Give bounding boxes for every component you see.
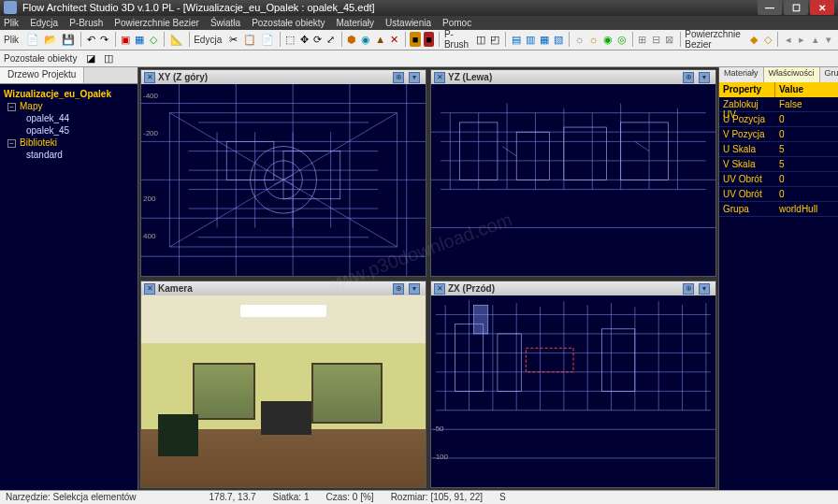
property-row[interactable]: Zablokuj UVFalse bbox=[719, 97, 838, 112]
viewport-maximize-icon[interactable]: ⊕ bbox=[683, 72, 694, 83]
icon-8[interactable]: ✕ bbox=[389, 32, 399, 47]
viewport-close-icon[interactable]: ✕ bbox=[434, 72, 445, 83]
minimize-button[interactable]: — bbox=[758, 0, 782, 15]
viewport-xy[interactable]: ✕ XY (Z góry) ⊕ ▾ -400 -200 200 400 bbox=[140, 69, 426, 277]
menu-pbrush[interactable]: P-Brush bbox=[69, 18, 103, 28]
copy-icon[interactable]: 📋 bbox=[242, 32, 257, 47]
tab-materialy[interactable]: Materiały bbox=[719, 67, 764, 82]
viewport-maximize-icon[interactable]: ⊕ bbox=[393, 283, 404, 295]
icon-1[interactable]: ▣ bbox=[120, 32, 131, 47]
viewport-zx[interactable]: ✕ ZX (Przód) ⊕ ▾ -100 -50 bbox=[430, 281, 716, 488]
icon-3[interactable]: ◇ bbox=[148, 32, 158, 47]
viewport-zx-canvas[interactable]: -100 -50 bbox=[431, 295, 715, 487]
icon-11[interactable]: ▤ bbox=[511, 32, 522, 47]
move-icon[interactable]: ✥ bbox=[298, 32, 309, 47]
obj-1-icon[interactable]: ◪ bbox=[83, 51, 98, 66]
menu-bezier[interactable]: Powierzchnie Bezier bbox=[114, 18, 199, 28]
icon-18[interactable]: ◎ bbox=[616, 32, 628, 47]
viewport-close-icon[interactable]: ✕ bbox=[144, 72, 155, 83]
viewport-close-icon[interactable]: ✕ bbox=[144, 283, 155, 295]
maximize-button[interactable]: ☐ bbox=[784, 0, 808, 15]
viewport-menu-icon[interactable]: ▾ bbox=[409, 72, 420, 83]
viewport-menu-icon[interactable]: ▾ bbox=[409, 283, 420, 295]
tree-leaf-opalek45[interactable]: opalek_45 bbox=[4, 124, 134, 137]
icon-24[interactable]: ▴ bbox=[810, 32, 820, 47]
icon-2[interactable]: ▦ bbox=[134, 32, 145, 47]
icon-6[interactable]: ◉ bbox=[360, 32, 371, 47]
viewport-camera[interactable]: ✕ Kamera ⊕ ▾ bbox=[140, 281, 426, 488]
viewport-close-icon[interactable]: ✕ bbox=[434, 283, 445, 295]
viewport-menu-icon[interactable]: ▾ bbox=[699, 72, 710, 83]
brush-1-icon[interactable]: ◫ bbox=[475, 32, 486, 47]
property-row[interactable]: U Skala5 bbox=[719, 142, 838, 157]
icon-10[interactable]: ■ bbox=[424, 32, 434, 47]
tree-node-biblioteki[interactable]: −Biblioteki bbox=[4, 137, 134, 149]
bezier-1-icon[interactable]: ◆ bbox=[749, 32, 759, 47]
tree-node-mapy[interactable]: −Mapy bbox=[4, 100, 134, 112]
new-icon[interactable]: 📄 bbox=[25, 32, 40, 47]
icon-4[interactable]: 📐 bbox=[169, 32, 184, 47]
icon-16[interactable]: ☼ bbox=[588, 32, 600, 47]
viewport-menu-icon[interactable]: ▾ bbox=[699, 283, 710, 295]
property-row[interactable]: UV Obrót0 bbox=[719, 187, 838, 202]
menu-materialy[interactable]: Materiały bbox=[337, 18, 375, 28]
property-row[interactable]: UV Obrót0 bbox=[719, 172, 838, 187]
collapse-icon[interactable]: − bbox=[7, 139, 16, 148]
tree-leaf-standard[interactable]: standard bbox=[4, 149, 134, 161]
cut-icon[interactable]: ✂ bbox=[228, 32, 238, 47]
icon-23[interactable]: ▸ bbox=[797, 32, 807, 47]
icon-17[interactable]: ◉ bbox=[602, 32, 614, 47]
menu-ustawienia[interactable]: Ustawienia bbox=[385, 18, 431, 28]
property-value[interactable]: 5 bbox=[775, 157, 838, 171]
redo-icon[interactable]: ↷ bbox=[99, 32, 109, 47]
tab-wlasciwosci[interactable]: Właściwości bbox=[764, 67, 820, 82]
rotate-icon[interactable]: ⟳ bbox=[312, 32, 323, 47]
scale-icon[interactable]: ⤢ bbox=[325, 32, 336, 47]
collapse-icon[interactable]: − bbox=[7, 103, 16, 111]
menu-obiekty[interactable]: Pozostałe obiekty bbox=[252, 18, 325, 28]
viewport-camera-canvas[interactable] bbox=[141, 295, 426, 487]
bezier-2-icon[interactable]: ◇ bbox=[762, 32, 773, 47]
icon-13[interactable]: ▦ bbox=[539, 32, 550, 47]
tree-leaf-opalek44[interactable]: opalek_44 bbox=[4, 112, 134, 124]
property-row[interactable]: V Skala5 bbox=[719, 157, 838, 172]
property-value[interactable]: worldHull bbox=[775, 202, 838, 216]
viewport-maximize-icon[interactable]: ⊕ bbox=[683, 283, 694, 295]
icon-22[interactable]: ◂ bbox=[783, 32, 793, 47]
icon-21[interactable]: ⊠ bbox=[664, 32, 674, 47]
icon-5[interactable]: ⬢ bbox=[346, 32, 357, 47]
viewport-yz-canvas[interactable] bbox=[431, 84, 715, 276]
tab-drzewo[interactable]: Drzewo Projektu bbox=[0, 67, 84, 83]
property-value[interactable]: 0 bbox=[775, 187, 838, 201]
property-value[interactable]: False bbox=[775, 97, 838, 111]
icon-14[interactable]: ▧ bbox=[553, 32, 564, 47]
save-icon[interactable]: 💾 bbox=[61, 32, 76, 47]
tab-grupy[interactable]: Grupy bbox=[820, 67, 838, 82]
icon-19[interactable]: ⊞ bbox=[637, 32, 647, 47]
property-value[interactable]: 5 bbox=[775, 142, 838, 156]
icon-20[interactable]: ⊟ bbox=[651, 32, 661, 47]
property-row[interactable]: U Pozycja0 bbox=[719, 112, 838, 127]
obj-2-icon[interactable]: ◫ bbox=[101, 51, 116, 66]
property-row[interactable]: V Pozycja0 bbox=[719, 127, 838, 142]
menu-swiatla[interactable]: Światła bbox=[210, 18, 240, 28]
property-value[interactable]: 0 bbox=[775, 127, 838, 141]
close-button[interactable]: ✕ bbox=[810, 0, 834, 15]
icon-12[interactable]: ▥ bbox=[525, 32, 536, 47]
select-icon[interactable]: ⬚ bbox=[284, 32, 296, 47]
undo-icon[interactable]: ↶ bbox=[86, 32, 96, 47]
icon-15[interactable]: ☼ bbox=[573, 32, 585, 47]
property-value[interactable]: 0 bbox=[775, 112, 838, 126]
viewport-xy-canvas[interactable]: -400 -200 200 400 bbox=[141, 84, 426, 276]
icon-25[interactable]: ▾ bbox=[823, 32, 833, 47]
brush-2-icon[interactable]: ◰ bbox=[489, 32, 500, 47]
tree-root[interactable]: Wizualizacje_eu_Opalek bbox=[4, 88, 134, 100]
icon-7[interactable]: ▲ bbox=[374, 32, 386, 47]
icon-9[interactable]: ■ bbox=[410, 32, 420, 47]
menu-edycja[interactable]: Edycja bbox=[30, 18, 58, 28]
open-icon[interactable]: 📂 bbox=[43, 32, 58, 47]
viewport-maximize-icon[interactable]: ⊕ bbox=[393, 72, 404, 83]
viewport-yz[interactable]: ✕ YZ (Lewa) ⊕ ▾ bbox=[430, 69, 716, 277]
menu-plik[interactable]: Plik bbox=[4, 18, 19, 28]
property-row[interactable]: GrupaworldHull bbox=[719, 202, 838, 217]
